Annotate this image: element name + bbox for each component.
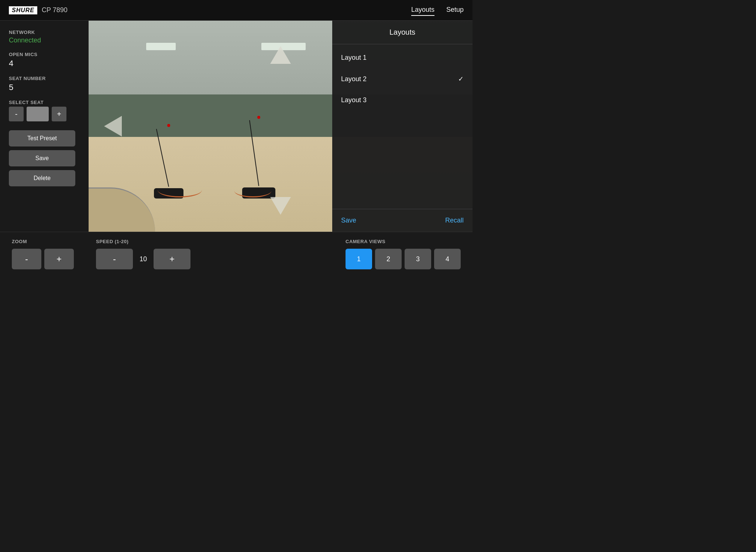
save-button[interactable]: Save xyxy=(9,150,75,166)
nav-setup[interactable]: Setup xyxy=(446,4,464,16)
header-nav: Layouts Setup xyxy=(411,4,464,16)
camera-views-row: 1 2 3 4 xyxy=(346,249,461,269)
test-preset-button[interactable]: Test Preset xyxy=(9,130,75,146)
layouts-panel-title: Layouts xyxy=(332,21,472,44)
camera-views-label: CAMERA VIEWS xyxy=(346,239,461,244)
zoom-label: ZOOM xyxy=(12,239,74,244)
camera-area: Layouts Layout 1 Layout 2 ✓ Layout 3 Sav… xyxy=(89,21,472,232)
select-seat-row: - + xyxy=(9,107,80,121)
speed-row: - 10 + xyxy=(96,249,190,269)
network-status: Connected xyxy=(9,37,80,44)
mic-1 xyxy=(154,124,183,199)
cam-view-4-button[interactable]: 4 xyxy=(434,249,461,269)
app-header: SHURE CP 7890 Layouts Setup xyxy=(0,0,472,21)
cam-view-3-button[interactable]: 3 xyxy=(405,249,431,269)
layout-item-2[interactable]: Layout 2 ✓ xyxy=(332,68,472,90)
nav-layouts[interactable]: Layouts xyxy=(411,4,434,16)
layout-item-1[interactable]: Layout 1 xyxy=(332,47,472,68)
layout-item-3[interactable]: Layout 3 xyxy=(332,90,472,111)
delete-button[interactable]: Delete xyxy=(9,170,75,186)
zoom-plus-button[interactable]: + xyxy=(44,249,74,269)
header-left: SHURE CP 7890 xyxy=(9,6,68,14)
speed-value: 10 xyxy=(136,255,151,263)
open-mics-value: 4 xyxy=(9,59,80,68)
layouts-panel-footer: Save Recall xyxy=(332,209,472,232)
speed-control: SPEED (1-20) - 10 + xyxy=(96,239,190,269)
zoom-minus-button[interactable]: - xyxy=(12,249,41,269)
mic-1-indicator xyxy=(167,124,170,127)
layout-item-3-label: Layout 3 xyxy=(341,96,367,104)
ptz-down-arrow[interactable] xyxy=(270,197,291,215)
layouts-panel-items: Layout 1 Layout 2 ✓ Layout 3 xyxy=(332,44,472,209)
zoom-control: ZOOM - + xyxy=(12,239,74,269)
mic-2-indicator xyxy=(257,116,260,119)
speed-minus-button[interactable]: - xyxy=(96,249,133,269)
network-label: NETWORK xyxy=(9,30,80,35)
layout-item-1-label: Layout 1 xyxy=(341,54,367,62)
bottom-controls: ZOOM - + SPEED (1-20) - 10 + CAMERA VIEW… xyxy=(0,232,472,276)
mic-2-neck xyxy=(249,120,259,186)
cam-view-1-button[interactable]: 1 xyxy=(346,249,372,269)
mic-2 xyxy=(242,116,275,199)
shure-logo: SHURE xyxy=(9,6,37,14)
seat-plus-button[interactable]: + xyxy=(52,107,66,121)
layouts-save-button[interactable]: Save xyxy=(341,217,356,224)
mic-1-neck xyxy=(156,129,169,187)
zoom-row: - + xyxy=(12,249,74,269)
select-seat-label: SELECT SEAT xyxy=(9,100,80,105)
main-layout: NETWORK Connected OPEN MICS 4 SEAT NUMBE… xyxy=(0,21,472,232)
speed-label: SPEED (1-20) xyxy=(96,239,190,244)
mic-1-base xyxy=(154,188,183,199)
open-mics-label: OPEN MICS xyxy=(9,52,80,57)
seat-minus-button[interactable]: - xyxy=(9,107,24,121)
table-curve xyxy=(89,187,155,232)
ptz-left-arrow[interactable] xyxy=(104,116,122,137)
seat-number-value: 5 xyxy=(9,83,80,92)
sidebar: NETWORK Connected OPEN MICS 4 SEAT NUMBE… xyxy=(0,21,89,232)
layout-2-check-icon: ✓ xyxy=(458,75,464,83)
ceiling-light-1 xyxy=(146,43,176,50)
app-title: CP 7890 xyxy=(42,6,68,14)
cam-view-2-button[interactable]: 2 xyxy=(375,249,402,269)
layouts-panel: Layouts Layout 1 Layout 2 ✓ Layout 3 Sav… xyxy=(332,21,472,232)
layouts-recall-button[interactable]: Recall xyxy=(445,217,464,224)
ptz-up-arrow[interactable] xyxy=(270,46,291,64)
seat-display xyxy=(27,107,49,121)
camera-views-control: CAMERA VIEWS 1 2 3 4 xyxy=(346,239,461,269)
layout-item-2-label: Layout 2 xyxy=(341,75,367,83)
speed-plus-button[interactable]: + xyxy=(154,249,190,269)
seat-number-label: SEAT NUMBER xyxy=(9,76,80,81)
